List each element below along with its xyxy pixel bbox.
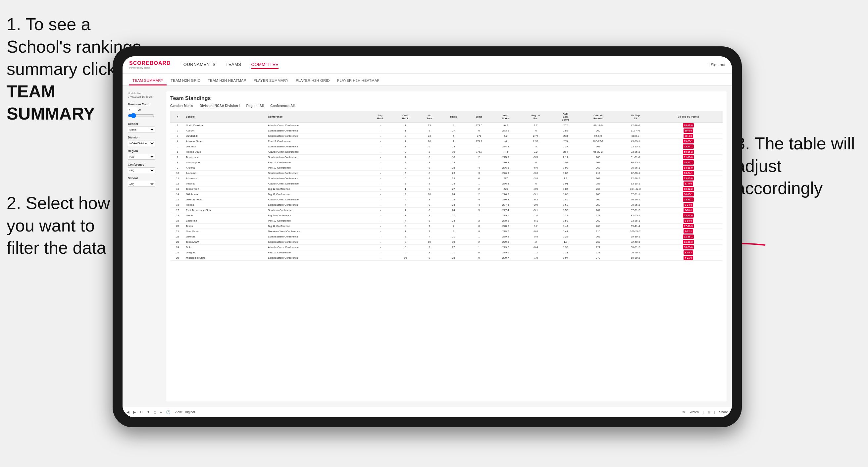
filter-conference-select[interactable]: (All): [128, 167, 155, 173]
filter-region-select[interactable]: N/A: [128, 154, 155, 160]
filter-slider[interactable]: [128, 113, 154, 118]
filter-min-input[interactable]: [128, 107, 137, 112]
nav-committee[interactable]: COMMITTEE: [251, 61, 279, 69]
standings-table: # School Conference Avg.Rank ConfRank No…: [170, 111, 723, 261]
tab-player-h2h-grid[interactable]: PLAYER H2H GRID: [292, 76, 333, 86]
table-cell: 23: [418, 123, 441, 128]
table-cell: 33-25-2: [617, 149, 654, 155]
table-cell: 2.11: [552, 155, 580, 160]
table-cell: 266: [580, 234, 617, 240]
table-cell: 265: [580, 155, 617, 160]
tab-team-h2h-heatmap[interactable]: TEAM H2H HEATMAP: [204, 76, 249, 86]
table-cell: 2.52: [520, 139, 552, 144]
col-avg-low: Avg.LowScore: [552, 111, 580, 123]
table-row: 11ArkansasSoutheastern Conference-682362…: [170, 176, 723, 181]
forward-icon[interactable]: ▶: [133, 410, 136, 414]
standings-body: 1North CarolinaAtlantic Coast Conference…: [170, 123, 723, 261]
score-badge: 30-15-1: [683, 192, 694, 196]
col-rank: #: [170, 111, 185, 123]
nav-tournaments[interactable]: TOURNAMENTS: [181, 61, 216, 69]
reload-icon[interactable]: ↻: [140, 410, 143, 414]
bookmark-icon[interactable]: □: [154, 410, 156, 414]
table-cell: 265: [580, 197, 617, 203]
table-cell: 275.9: [492, 155, 520, 160]
table-cell: New Mexico: [185, 229, 267, 234]
table-cell: 15: [170, 197, 185, 203]
table-cell: Washington: [185, 160, 267, 165]
table-cell: 262: [580, 160, 617, 165]
filter-gender-select[interactable]: Men's: [128, 126, 155, 132]
table-cell: 2.77: [520, 133, 552, 139]
table-cell: -0.8: [520, 229, 552, 234]
table-cell: Texas Tech: [185, 186, 267, 192]
tab-team-summary[interactable]: TEAM SUMMARY: [129, 76, 166, 86]
table-cell: Atlantic Coast Conference: [267, 245, 368, 250]
col-rnds: Rnds: [441, 111, 466, 123]
nav-teams[interactable]: TEAMS: [225, 61, 241, 69]
clock-icon[interactable]: 🕐: [166, 410, 170, 414]
table-cell: -: [368, 240, 393, 245]
table-cell: 5: [393, 170, 418, 176]
table-cell: 1.21: [552, 250, 580, 255]
table-cell: 8: [418, 160, 441, 165]
score-badge: 23-23-1: [683, 197, 694, 202]
table-cell: 4: [466, 165, 492, 170]
table-cell: 1.85: [552, 192, 580, 197]
table-cell: 280.7: [492, 255, 520, 261]
toolbar-right: 👁 Watch | ⊞ | Share: [682, 410, 728, 414]
table-cell: 7: [393, 203, 418, 208]
watch-label[interactable]: Watch: [689, 410, 699, 414]
main-content: Update time:27/03/2024 16:56:26 Minimum …: [123, 86, 732, 407]
table-cell: 277.4: [492, 208, 520, 213]
sign-out-link[interactable]: | Sign out: [709, 63, 725, 67]
table-cell: 1: [466, 144, 492, 149]
table-cell: 19: [170, 218, 185, 224]
table-cell: 4: [393, 218, 418, 224]
back-icon[interactable]: ◀: [126, 410, 129, 414]
score-badge: 79-25-1: [683, 139, 694, 144]
share-icon[interactable]: ⬆: [147, 410, 150, 414]
table-cell: 5: [466, 208, 492, 213]
filter-group-region: Region N/A: [128, 149, 161, 160]
table-cell: 72-30-1: [617, 170, 654, 176]
tab-player-summary[interactable]: PLAYER SUMMARY: [250, 76, 292, 86]
table-cell: 2: [466, 155, 492, 160]
table-cell: Southeastern Conference: [267, 176, 368, 181]
filter-school-select[interactable]: (All): [128, 181, 155, 187]
app-header: SCOREBOARD Powered by clippi TOURNAMENTS…: [123, 56, 732, 73]
table-cell: 24: [441, 218, 466, 224]
table-cell: 7: [170, 155, 185, 160]
table-cell: Arkansas: [185, 176, 267, 181]
tab-team-h2h-grid[interactable]: TEAM H2H GRID: [167, 76, 204, 86]
share-label[interactable]: Share: [719, 410, 728, 414]
table-cell: 2: [466, 240, 492, 245]
table-cell: 271: [466, 133, 492, 139]
table-cell: Mississippi State: [185, 255, 267, 261]
score-badge: 18-12-1: [683, 160, 694, 165]
tab-player-h2h-heatmap[interactable]: PLAYER H2H HEATMAP: [334, 76, 383, 86]
table-row: 16FloridaSoutheastern Conference-7924427…: [170, 203, 723, 208]
table-cell: 264: [552, 149, 580, 155]
table-cell: 265: [552, 139, 580, 144]
table-cell: -3.8: [520, 176, 552, 181]
table-cell: 5: [441, 133, 466, 139]
table-cell: 23: [170, 240, 185, 245]
table-row: 18IllinoisBig Ten Conference-19271279.1-…: [170, 213, 723, 218]
view-original-button[interactable]: View: Original: [175, 410, 195, 414]
score-badge: 12-14-1: [683, 145, 694, 149]
filter-division-select[interactable]: NCAA Division I: [128, 140, 155, 146]
table-cell: 271: [580, 250, 617, 255]
filter-label-minimum: Minimum Rou...: [128, 103, 161, 106]
add-tab-icon[interactable]: +: [160, 410, 162, 414]
table-cell: 27: [441, 245, 466, 250]
instruction-2-text2: you want to: [7, 216, 95, 235]
table-cell: Vanderbilt: [185, 133, 267, 139]
table-cell: 17-9-0: [654, 181, 723, 186]
table-row: 3VanderbiltSoutheastern Conference-22352…: [170, 133, 723, 139]
table-cell: 2: [466, 218, 492, 224]
table-cell: 3: [170, 133, 185, 139]
table-cell: 26: [170, 255, 185, 261]
table-cell: 1: [466, 245, 492, 250]
table-cell: -1.8: [520, 255, 552, 261]
table-cell: 8: [418, 208, 441, 213]
